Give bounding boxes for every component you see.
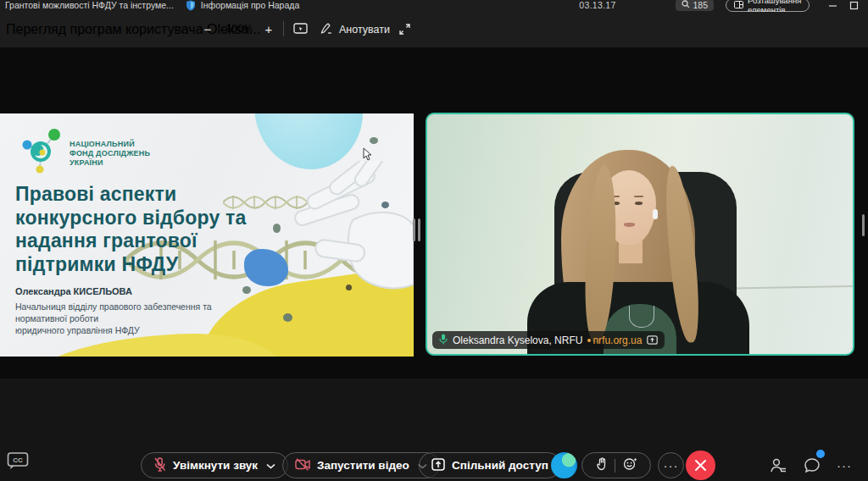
participant-brow: [634, 196, 643, 197]
zoom-level: 100%: [225, 23, 253, 35]
slide-dot: [283, 313, 292, 322]
chat-notification-dot: [816, 450, 825, 458]
slide-title-line: підтримки НФДУ: [15, 253, 246, 277]
titlebar: Грантові можливості НФДУ та інструме... …: [0, 0, 868, 12]
layout-grid-icon: [734, 1, 743, 10]
leave-meeting-button[interactable]: [686, 451, 715, 480]
participant-link[interactable]: nrfu.org.ua: [587, 334, 642, 346]
zoom-in-button[interactable]: +: [259, 19, 279, 39]
pane-resize-handle[interactable]: [413, 218, 420, 241]
active-speaker-video[interactable]: Oleksandra Kyselova, NRFU nrfu.org.ua: [426, 113, 854, 356]
ellipsis-icon: ···: [837, 462, 852, 470]
slide-title: Правові аспекти конкурсного відбору та н…: [15, 183, 246, 276]
participant-name: Oleksandra Kyselova, NRFU: [453, 334, 582, 346]
webex-assistant-button[interactable]: [551, 452, 577, 478]
share-content-button[interactable]: Спільний доступ: [419, 452, 561, 478]
slide-dot: [346, 285, 352, 290]
share-toolbar: Перегляд програм користувача Oleksa... −…: [0, 12, 868, 47]
closed-captions-button[interactable]: CC: [7, 451, 29, 470]
robotic-hand-illustration: [287, 161, 414, 296]
chevron-down-icon[interactable]: [266, 459, 275, 472]
logo-text-line: ФОНД ДОСЛІДЖЕНЬ: [70, 149, 150, 158]
participant-necklace: [629, 306, 654, 328]
emoji-reaction-button[interactable]: [623, 457, 637, 474]
toolbar-divider: [283, 21, 284, 36]
slide-dot: [242, 286, 251, 294]
author-role-line: нормативної роботи: [15, 312, 212, 324]
unmute-label: Увімкнути звук: [173, 459, 258, 472]
slide-title-line: конкурсного відбору та: [15, 207, 246, 230]
start-video-button[interactable]: Запустити відео: [282, 452, 440, 478]
author-role-line: Начальниця відділу правового забезпеченн…: [15, 301, 212, 312]
start-video-label: Запустити відео: [317, 459, 409, 472]
annotate-label: Анотувати: [339, 24, 390, 36]
participant-name-tag: Oleksandra Kyselova, NRFU nrfu.org.ua: [432, 331, 665, 349]
svg-text:CC: CC: [13, 456, 23, 464]
ellipsis-icon: ···: [664, 462, 679, 470]
viewing-title: Перегляд програм користувача Oleksa...: [6, 22, 260, 37]
nrfu-molecule-icon: [20, 127, 63, 180]
pill-divider: [615, 459, 615, 473]
reactions-pill: [581, 452, 651, 478]
author-role-line: юридичного управління НФДУ: [15, 324, 212, 336]
webex-meeting-window: Грантові можливості НФДУ та інструме... …: [0, 0, 868, 481]
window-minimize-button[interactable]: [828, 1, 837, 10]
share-screen-icon: [431, 458, 445, 473]
mic-muted-icon: [153, 457, 166, 474]
mouse-cursor-icon: [363, 147, 373, 164]
expand-icon[interactable]: [395, 20, 414, 37]
slide-title-line: надання грантової: [15, 229, 246, 253]
participant-eye: [635, 202, 643, 205]
more-options-button[interactable]: ···: [658, 452, 684, 478]
zoom-out-button[interactable]: −: [198, 19, 218, 39]
open-link-icon[interactable]: [647, 333, 658, 348]
layout-button-label: Розташування елементів: [748, 0, 801, 12]
window-maximize-button[interactable]: [849, 1, 859, 10]
mic-on-icon: [439, 333, 448, 348]
link-bullet-icon: [587, 339, 591, 342]
slide-author-block: Олександра КИСЕЛЬОВА Начальниця відділу …: [15, 286, 212, 336]
more-panels-button[interactable]: ···: [834, 456, 854, 475]
zoom-count-value: 185: [693, 0, 709, 10]
annotate-button[interactable]: Анотувати: [320, 22, 390, 36]
vertical-scrollbar[interactable]: [862, 214, 865, 236]
tab-presentation[interactable]: Грантові можливості НФДУ та інструме...: [5, 0, 174, 10]
participant-lips: [624, 223, 635, 227]
raise-hand-button[interactable]: [597, 457, 607, 474]
pen-icon: [320, 22, 333, 36]
nrfu-logo: НАЦІОНАЛЬНИЙ ФОНД ДОСЛІДЖЕНЬ УКРАЇНИ: [20, 127, 150, 180]
participants-panel-button[interactable]: [768, 456, 788, 475]
logo-text-line: УКРАЇНИ: [70, 158, 150, 168]
camera-muted-icon: [295, 458, 310, 473]
magnifier-icon: [682, 0, 690, 10]
slide-dot: [273, 224, 281, 233]
slide-title-line: Правові аспекти: [15, 183, 246, 207]
shared-slide: НАЦІОНАЛЬНИЙ ФОНД ДОСЛІДЖЕНЬ УКРАЇНИ Пра…: [0, 113, 414, 357]
chat-panel-button[interactable]: [802, 456, 822, 475]
meeting-shield-icon: [186, 0, 196, 11]
slide-dot: [370, 137, 378, 144]
unmute-button[interactable]: Увімкнути звук: [141, 452, 288, 478]
logo-text-line: НАЦІОНАЛЬНИЙ: [70, 140, 150, 149]
share-content-label: Спільний доступ: [452, 459, 548, 472]
author-name: Олександра КИСЕЛЬОВА: [15, 286, 212, 296]
zoom-count-pill[interactable]: 185: [676, 0, 715, 11]
earbud: [653, 209, 658, 219]
slide-dot: [381, 202, 389, 208]
meeting-timer: 03.13.17: [579, 0, 615, 10]
tab-meeting-info[interactable]: Інформація про Нарада: [201, 0, 299, 10]
screen-view-button[interactable]: [291, 20, 309, 37]
layout-button[interactable]: Розташування елементів: [726, 0, 810, 12]
